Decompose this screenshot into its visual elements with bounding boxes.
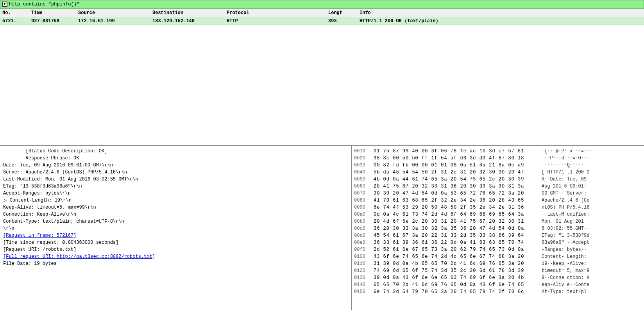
detail-line-accept-ranges: Accept-Ranges: bytes\r\n (3, 190, 348, 197)
hex-row: 003000 82 fd fb 00 00 01 01 08 0a 51 8a … (354, 162, 642, 169)
hex-offset: 0080 (354, 197, 374, 204)
hex-offset: 00a0 (354, 211, 374, 218)
detail-line-date: Date: Tue, 09 Aug 2016 09:01:00 GMT\r\n (3, 162, 348, 169)
hex-offset: 0150 (354, 288, 374, 295)
hex-offset: 00d0 (354, 232, 374, 239)
hex-ascii: 19··Keep -Alive: (542, 260, 642, 267)
hex-offset: 0060 (354, 183, 374, 190)
hex-row: 00b020 4d 6f 6e 2c 20 30 31 20 41 75 67 … (354, 218, 642, 225)
col-header-time[interactable]: Time (31, 10, 78, 16)
hex-bytes: 39 0d 0a 43 6f 6e 6e 65 63 74 69 6f 6e 3… (374, 274, 542, 281)
hex-ascii: K··Date: Tue, 09 (542, 176, 642, 183)
hex-row: 008041 70 61 63 68 65 2f 32 2e 34 2e 36 … (354, 197, 642, 204)
hex-offset: 0100 (354, 253, 374, 260)
hex-ascii: -Ranges: bytes·· (542, 246, 642, 253)
hex-bytes: 43 6f 6e 74 65 6e 74 2d 4c 65 6e 67 74 6… (374, 253, 542, 260)
hex-row: 006020 41 75 67 20 32 30 31 36 20 30 39 … (354, 183, 642, 190)
hex-row: 007030 30 20 47 4d 54 0d 0a 53 65 72 76 … (354, 190, 642, 197)
detail-line-request-in-frame[interactable]: [Request in frame: 572167] (3, 232, 348, 239)
hex-row: 011031 39 0d 0a 4b 65 65 70 2d 41 6c 69 … (354, 260, 642, 267)
packet-destination: 183.129.152.140 (152, 18, 227, 24)
hex-bytes: 00 82 fd fb 00 00 01 01 08 0a 51 8a 21 8… (374, 162, 542, 169)
detail-line-request-uri: [Request URI: /robots.txt] (3, 246, 348, 253)
hex-ascii: ···P···d ··=·O··· (542, 155, 642, 162)
hex-row: 014065 65 70 2d 41 6c 69 76 65 0d 0a 43 … (354, 281, 642, 288)
packet-protocol: HTTP (227, 18, 328, 24)
hex-bytes: 6e 74 4f 53 29 20 50 48 50 2f 35 2e 34 2… (374, 204, 542, 211)
hex-row: 002098 8c 00 50 b0 ff 1f 64 af d6 3d d3 … (354, 155, 642, 162)
packet-list-header: No. Time Source Destination Protocol Len… (0, 9, 644, 17)
packet-source: 172.16.61.199 (78, 18, 152, 24)
packet-row[interactable]: 5721… 927.881758 172.16.61.199 183.129.1… (0, 17, 644, 25)
hex-ascii: ·········Q·!··· (542, 162, 642, 169)
hex-ascii: Apache/2 .4.6 (Ce (542, 197, 642, 204)
filter-icon: ▼ (2, 2, 7, 7)
col-header-no[interactable]: No. (0, 10, 31, 16)
hex-offset: 0020 (354, 155, 374, 162)
hex-ascii: ·{·· @·?· x···=··· (542, 148, 642, 155)
hex-row: 00a00d 0a 4c 61 73 74 2d 4d 6f 64 69 66 … (354, 211, 642, 218)
col-header-info[interactable]: Info (360, 10, 644, 16)
detail-line-server: Server: Apache/2.4.6 (CentOS) PHP/5.4.16… (3, 169, 348, 176)
hex-ascii: 63a96a6" ··Accept (542, 239, 642, 246)
hex-offset: 00c0 (354, 225, 374, 232)
detail-line-etag: ETag: "13-538f9d63a96a6"\r\n (3, 183, 348, 190)
hex-offset: 0090 (354, 204, 374, 211)
hex-bytes: 36 20 30 33 3a 30 32 3a 35 35 20 47 4d 5… (374, 225, 542, 232)
hex-row: 00c036 20 30 33 3a 30 32 3a 35 35 20 47 … (354, 225, 642, 232)
hex-offset: 0030 (354, 162, 374, 169)
hex-offset: 00b0 (354, 218, 374, 225)
hex-row: 00d045 54 61 67 3a 20 22 31 33 2d 35 33 … (354, 232, 642, 239)
hex-bytes: 2d 52 61 6e 67 65 73 3a 20 62 79 74 65 7… (374, 246, 542, 253)
hex-offset: 0110 (354, 260, 374, 267)
bottom-pane: [Status Code Description: OK] Response P… (0, 146, 644, 310)
hex-offset: 0010 (354, 148, 374, 155)
col-header-source[interactable]: Source (78, 10, 152, 16)
hex-pane[interactable]: 001001 7b 87 99 40 00 3f 06 78 fe ac 10 … (352, 146, 644, 310)
hex-bytes: 30 30 20 47 4d 54 0d 0a 53 65 72 76 65 7… (374, 190, 542, 197)
hex-offset: 00f0 (354, 246, 374, 253)
detail-line-content-type: Content-Type: text/plain; charset=UTF-8\… (3, 218, 348, 225)
hex-ascii: Aug 201 6 09:01: (542, 183, 642, 190)
hex-ascii: ··Last-M odified: (542, 211, 642, 218)
hex-ascii: timeout= 5, max=9 (542, 267, 642, 274)
hex-row: 001001 7b 87 99 40 00 3f 06 78 fe ac 10 … (354, 148, 642, 155)
hex-offset: 0040 (354, 169, 374, 176)
hex-offset: 0130 (354, 274, 374, 281)
hex-row: 00f02d 52 61 6e 67 65 73 3a 20 62 79 74 … (354, 246, 642, 253)
detail-line-crlf: \r\n (3, 225, 348, 232)
hex-ascii: eep-Aliv e··Conte (542, 281, 642, 288)
hex-ascii: ETag: "1 3-538f9d (542, 232, 642, 239)
hex-ascii: ntOS) PH P/5.4.16 (542, 204, 642, 211)
detail-line-full-request-uri[interactable]: [Full request URI: http://oa.t3sec.cc:80… (3, 253, 348, 260)
detail-line-file-data: File Data: 19 bytes (3, 260, 348, 267)
hex-offset: 0050 (354, 176, 374, 183)
hex-row: 00906e 74 4f 53 29 20 50 48 50 2f 35 2e … (354, 204, 642, 211)
filter-text: http contains "phpinfo()" (9, 2, 79, 7)
col-header-destination[interactable]: Destination (152, 10, 227, 16)
hex-ascii: 6 03:02: 55 GMT·· (542, 225, 642, 232)
col-header-length[interactable]: Lengt (328, 10, 360, 16)
detail-line-status-code-desc: [Status Code Description: OK] (3, 148, 348, 155)
hex-ascii: Mon, 01 Aug 201 (542, 218, 642, 225)
filter-bar: ▼ http contains "phpinfo()" (0, 0, 644, 9)
hex-ascii: Content- Length: (542, 253, 642, 260)
hex-row: 00405b da 48 54 54 50 2f 31 2e 31 20 32 … (354, 169, 642, 176)
packet-length: 393 (328, 18, 360, 24)
hex-offset: 0070 (354, 190, 374, 197)
detail-line-connection: Connection: Keep-Alive\r\n (3, 211, 348, 218)
hex-bytes: 0d 0a 4c 61 73 74 2d 4d 6f 64 69 66 69 6… (374, 211, 542, 218)
detail-pane[interactable]: [Status Code Description: OK] Response P… (0, 146, 352, 310)
hex-offset: 0140 (354, 281, 374, 288)
hex-bytes: 74 69 6d 65 6f 75 74 3d 35 2c 20 6d 61 7… (374, 267, 542, 274)
detail-line-last-modified: Last-Modified: Mon, 01 Aug 2016 03:02:55… (3, 176, 348, 183)
col-header-protocol[interactable]: Protocol (227, 10, 328, 16)
hex-row: 010043 6f 6e 74 65 6e 74 2d 4c 65 6e 67 … (354, 253, 642, 260)
hex-bytes: 01 7b 87 99 40 00 3f 06 78 fe ac 10 3d c… (374, 148, 542, 155)
hex-ascii: nt-Type: text/pl (542, 288, 642, 295)
detail-line-keep-alive: Keep-Alive: timeout=5, max=99\r\n (3, 204, 348, 211)
hex-ascii: 00 GMT·· Server: (542, 190, 642, 197)
packet-time: 927.881758 (31, 18, 78, 24)
hex-row: 01506e 74 2d 54 79 70 65 3a 20 74 65 78 … (354, 288, 642, 295)
hex-offset: 00e0 (354, 239, 374, 246)
